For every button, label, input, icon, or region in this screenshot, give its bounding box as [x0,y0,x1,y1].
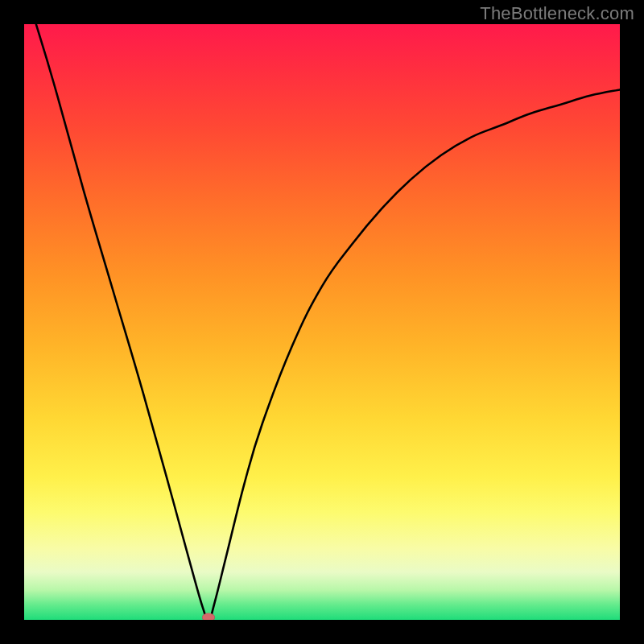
plot-area [24,24,620,620]
bottleneck-curve [24,24,620,620]
minimum-marker [202,613,215,621]
chart-frame: TheBottleneck.com [0,0,644,644]
watermark-text: TheBottleneck.com [480,3,634,24]
